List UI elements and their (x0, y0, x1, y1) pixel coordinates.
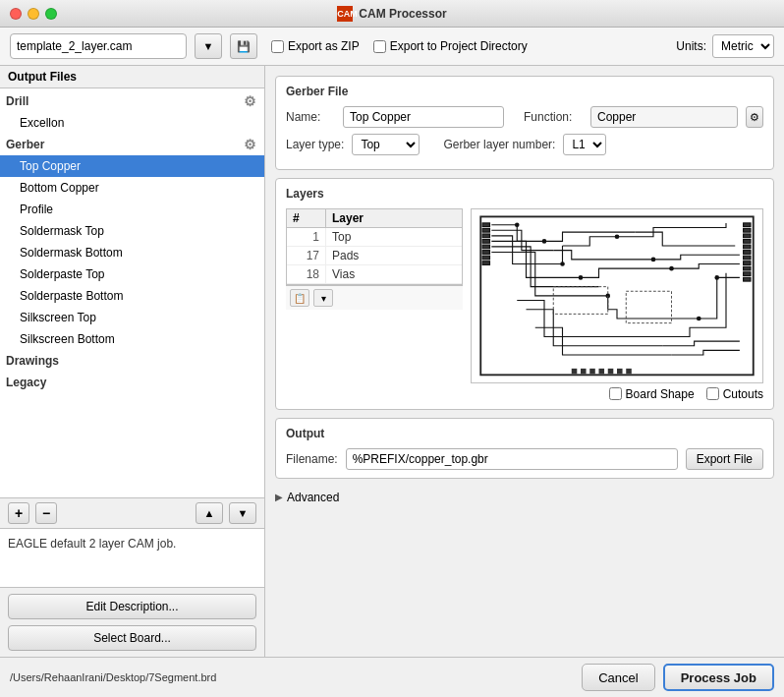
svg-rect-5 (482, 240, 489, 244)
maximize-button[interactable] (45, 8, 57, 20)
export-project-checkbox[interactable] (373, 40, 386, 53)
svg-rect-4 (482, 234, 489, 238)
table-row[interactable]: 18 Vias (287, 265, 462, 284)
svg-point-28 (669, 266, 674, 271)
tree-item-legacy[interactable]: Legacy (0, 372, 264, 393)
minimize-button[interactable] (28, 8, 39, 20)
window-controls[interactable] (10, 8, 57, 20)
filename-input[interactable] (346, 448, 678, 470)
select-board-button[interactable]: Select Board... (8, 625, 256, 651)
tree-item-silkscreen-bottom[interactable]: Silkscreen Bottom (0, 328, 264, 350)
export-zip-group: Export as ZIP (271, 39, 360, 53)
svg-rect-3 (482, 228, 489, 232)
drill-gear-icon[interactable]: ⚙ (244, 92, 256, 110)
tree-item-profile[interactable]: Profile (0, 199, 264, 220)
edit-description-button[interactable]: Edit Description... (8, 594, 256, 619)
layertype-label: Layer type: (286, 138, 344, 151)
toolbar: ▼ 💾 Export as ZIP Export to Project Dire… (0, 28, 784, 66)
gerber-name-input[interactable] (343, 106, 504, 128)
description-area: EAGLE default 2 layer CAM job. (0, 528, 264, 587)
output-files-header: Output Files (0, 66, 264, 88)
function-settings-button[interactable]: ⚙ (746, 106, 763, 128)
tree-item-silkscreen-top[interactable]: Silkscreen Top (0, 307, 264, 328)
layers-table: # Layer 1 Top 17 Pads 18 (286, 208, 463, 285)
svg-point-23 (560, 261, 565, 266)
export-zip-checkbox[interactable] (271, 40, 284, 53)
remove-item-button[interactable]: − (35, 502, 57, 524)
left-panel: Output Files Drill ⚙ Excellon Gerber ⚙ T… (0, 66, 265, 657)
svg-rect-17 (744, 261, 751, 265)
svg-point-21 (515, 222, 520, 227)
add-item-button[interactable]: + (8, 502, 29, 524)
gerber-layer-number-label: Gerber layer number: (443, 138, 555, 151)
advanced-row[interactable]: ▶ Advanced (275, 487, 774, 508)
layertype-select[interactable]: Top Bottom Inner (352, 134, 420, 155)
table-row[interactable]: 17 Pads (287, 247, 462, 265)
main-content: Output Files Drill ⚙ Excellon Gerber ⚙ T… (0, 66, 784, 657)
name-label: Name: (286, 110, 335, 124)
cam-file-input[interactable] (10, 33, 187, 59)
svg-point-22 (542, 239, 547, 244)
svg-rect-7 (482, 251, 489, 255)
tree-item-gerber[interactable]: Gerber ⚙ (0, 134, 264, 155)
cutouts-checkbox-group: Cutouts (706, 387, 763, 401)
svg-rect-19 (744, 272, 751, 276)
board-shape-checkbox[interactable] (609, 387, 622, 400)
bottom-buttons: Cancel Process Job (582, 664, 774, 691)
function-label: Function: (524, 110, 583, 124)
save-file-button[interactable]: 💾 (230, 33, 257, 59)
gerber-name-row: Name: Function: ⚙ (286, 106, 763, 128)
layers-add-button[interactable]: 📋 (290, 289, 309, 307)
svg-rect-37 (608, 369, 614, 375)
svg-rect-9 (482, 261, 489, 265)
svg-point-27 (651, 258, 656, 262)
cutouts-label: Cutouts (723, 387, 763, 401)
tree-item-solderpaste-top[interactable]: Solderpaste Top (0, 263, 264, 285)
tree-item-solderpaste-bottom[interactable]: Solderpaste Bottom (0, 285, 264, 307)
close-button[interactable] (10, 8, 22, 20)
move-down-button[interactable]: ▼ (229, 502, 256, 524)
layers-content: # Layer 1 Top 17 Pads 18 (286, 208, 763, 383)
svg-rect-20 (744, 277, 751, 281)
open-file-button[interactable]: ▼ (195, 33, 222, 59)
col-num-header: # (287, 209, 326, 227)
tree-item-soldermask-top[interactable]: Soldermask Top (0, 220, 264, 242)
layers-table-container: # Layer 1 Top 17 Pads 18 (286, 208, 463, 383)
svg-rect-13 (744, 240, 751, 244)
layers-chevron-button[interactable]: ▾ (313, 289, 333, 307)
table-row[interactable]: 1 Top (287, 228, 462, 247)
svg-rect-36 (599, 369, 605, 375)
process-job-button[interactable]: Process Job (663, 664, 774, 691)
units-select[interactable]: Metric (712, 34, 774, 58)
svg-rect-6 (482, 245, 489, 249)
tree-item-bottom-copper[interactable]: Bottom Copper (0, 177, 264, 199)
gerber-layer-number-select[interactable]: L1 L2 L3 (563, 134, 606, 155)
cancel-button[interactable]: Cancel (582, 664, 654, 691)
gerber-file-title: Gerber File (286, 85, 763, 98)
file-path: /Users/RehaanIrani/Desktop/7Segment.brd (10, 671, 216, 683)
layers-title: Layers (286, 187, 763, 201)
move-up-button[interactable]: ▲ (196, 502, 223, 524)
tree-item-top-copper[interactable]: Top Copper (0, 155, 264, 177)
gerber-gear-icon[interactable]: ⚙ (244, 136, 256, 153)
tree-item-drill[interactable]: Drill ⚙ (0, 90, 264, 112)
svg-point-24 (579, 275, 584, 280)
cutouts-checkbox[interactable] (706, 387, 719, 400)
output-row: Filename: Export File (286, 448, 763, 470)
description-text: EAGLE default 2 layer CAM job. (8, 537, 176, 551)
svg-rect-2 (482, 223, 489, 227)
export-file-button[interactable]: Export File (686, 448, 763, 470)
layers-toolbar: 📋 ▾ (286, 285, 463, 310)
svg-rect-16 (744, 256, 751, 260)
svg-rect-14 (744, 245, 751, 249)
board-shape-checkbox-group: Board Shape (609, 387, 695, 401)
tree-item-excellon[interactable]: Excellon (0, 112, 264, 134)
pcb-preview (471, 208, 763, 383)
svg-rect-39 (626, 369, 632, 375)
units-label: Units: (676, 39, 706, 53)
tree-item-soldermask-bottom[interactable]: Soldermask Bottom (0, 242, 264, 263)
tree-item-drawings[interactable]: Drawings (0, 350, 264, 372)
pcb-svg (472, 209, 762, 382)
gerber-function-input[interactable] (590, 106, 738, 128)
svg-rect-18 (744, 266, 751, 270)
